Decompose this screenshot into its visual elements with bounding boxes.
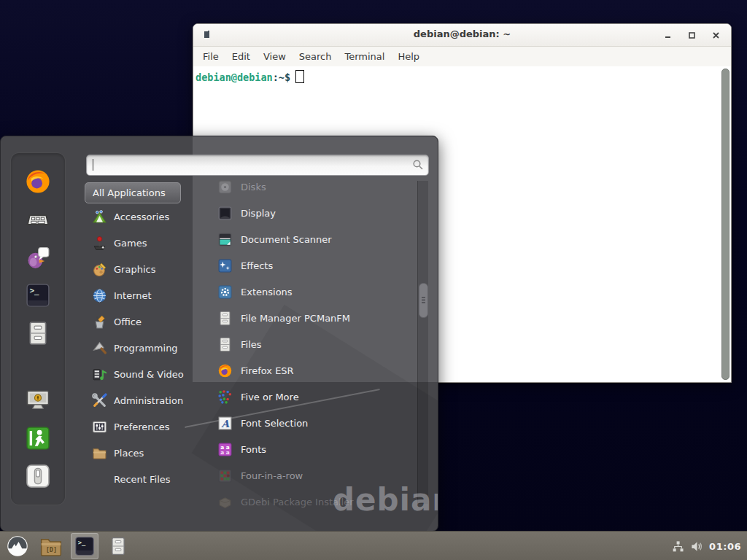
category-recent-files[interactable]: Recent Files — [85, 466, 194, 492]
terminal-scrollbar[interactable] — [720, 68, 729, 381]
clock[interactable]: 01:06 — [709, 541, 741, 552]
favorite-log-out-button[interactable] — [25, 425, 51, 451]
graphics-icon — [91, 261, 107, 277]
terminal-window-title: debian@debian: ~ — [193, 28, 731, 39]
favorite-shutdown-button[interactable] — [25, 463, 51, 489]
category-administration[interactable]: Administration — [85, 387, 194, 413]
taskbar-left-cluster: [D] >_ — [0, 533, 132, 559]
games-icon — [91, 235, 107, 251]
app-display[interactable]: Display — [198, 200, 417, 226]
terminal-icon: >_ — [26, 283, 50, 308]
application-menu: >_ — [0, 136, 438, 532]
file-cabinet-icon — [217, 310, 233, 326]
menu-item-view[interactable]: View — [257, 49, 293, 64]
accessories-icon — [91, 209, 107, 225]
minimize-button[interactable] — [663, 31, 673, 40]
extensions-icon — [217, 284, 233, 300]
taskbar-right-cluster: 01:06 — [671, 540, 747, 553]
volume-tray-icon[interactable] — [690, 540, 704, 553]
app-font-selection[interactable]: A Font Selection — [198, 410, 417, 436]
sound-video-icon — [91, 366, 107, 382]
svg-text:a a: a a — [220, 449, 229, 456]
category-all-applications[interactable]: All Applications — [85, 182, 181, 203]
category-preferences[interactable]: Preferences — [85, 413, 194, 440]
terminal-titlebar[interactable]: debian@debian: ~ — [193, 24, 731, 47]
terminal-scrollbar-thumb[interactable] — [721, 69, 729, 380]
svg-text:A: A — [220, 417, 229, 429]
close-button[interactable] — [711, 31, 721, 40]
office-icon — [91, 314, 107, 330]
favorite-terminal-button[interactable]: >_ — [25, 282, 51, 308]
app-firefox-esr[interactable]: Firefox ESR — [198, 357, 417, 384]
menu-item-terminal[interactable]: Terminal — [338, 49, 391, 64]
category-sound-video[interactable]: Sound & Video — [85, 361, 194, 387]
category-programming[interactable]: Programming — [85, 335, 194, 361]
fonts-icon: a a a a — [217, 441, 233, 457]
prompt-user-host: debian@debian — [196, 71, 273, 83]
menu-search-input[interactable] — [93, 158, 402, 173]
app-extensions[interactable]: Extensions — [198, 279, 417, 305]
places-icon — [91, 445, 107, 461]
favorite-pidgin-button[interactable] — [25, 244, 51, 271]
all-applications-label: All Applications — [93, 187, 166, 198]
network-tray-icon[interactable] — [671, 540, 685, 553]
category-graphics[interactable]: Graphics — [85, 256, 194, 282]
preferences-icon — [91, 419, 107, 435]
terminal-task-button[interactable]: >_ — [71, 533, 98, 559]
folder-icon: [D] — [39, 535, 63, 557]
menu-item-edit[interactable]: Edit — [225, 49, 257, 64]
menu-item-file[interactable]: File — [196, 49, 225, 64]
app-files[interactable]: Files — [198, 331, 417, 357]
category-places[interactable]: Places — [85, 440, 194, 466]
terminal-cursor — [295, 70, 304, 83]
app-effects[interactable]: Effects — [198, 252, 417, 279]
gdebi-icon — [217, 494, 233, 510]
app-disks[interactable]: Disks — [198, 174, 417, 200]
category-accessories[interactable]: Accessories — [85, 203, 194, 230]
keyboard-icon — [26, 207, 50, 232]
font-selection-icon: A — [217, 415, 233, 431]
four-in-a-row-icon — [217, 467, 233, 483]
app-document-scanner[interactable]: Document Scanner — [198, 226, 417, 252]
log-out-icon — [26, 426, 50, 451]
category-games[interactable]: Games — [85, 230, 194, 256]
programming-icon — [91, 340, 107, 356]
menu-scrollbar-thumb[interactable] — [419, 283, 428, 318]
app-five-or-more[interactable]: Five or More — [198, 384, 417, 410]
terminal-icon: >_ — [74, 536, 95, 556]
shutdown-icon — [26, 464, 50, 489]
svg-text:[D]: [D] — [46, 546, 58, 553]
menu-item-help[interactable]: Help — [391, 49, 426, 64]
prompt-suffix: :~$ — [273, 71, 290, 83]
administration-icon — [91, 392, 107, 408]
file-cabinet-icon — [109, 536, 128, 556]
desktop[interactable]: debian@debian: ~ File Edit View Search T… — [0, 0, 747, 560]
menu-scrollbar[interactable] — [417, 181, 428, 504]
category-internet[interactable]: Internet — [85, 282, 194, 308]
app-file-manager-pcmanfm[interactable]: File Manager PCManFM — [198, 305, 417, 331]
favorite-keyboard-button[interactable] — [25, 206, 51, 233]
search-icon — [412, 159, 424, 171]
app-fonts[interactable]: a a a a Fonts — [198, 436, 417, 462]
category-office[interactable]: Office — [85, 308, 194, 335]
file-manager-task-button[interactable]: [D] — [37, 533, 65, 559]
svg-text:>_: >_ — [30, 286, 39, 295]
display-icon — [217, 205, 233, 221]
terminal-prompt: debian@debian:~$ — [193, 66, 731, 83]
firefox-icon — [217, 362, 233, 378]
menu-button[interactable] — [4, 533, 31, 559]
maximize-button[interactable] — [687, 31, 697, 40]
favorite-firefox-button[interactable] — [25, 168, 51, 195]
files-task-button[interactable] — [104, 533, 132, 559]
debian-watermark: debian — [333, 482, 438, 518]
document-scanner-icon — [217, 231, 233, 247]
favorite-lock-screen-button[interactable] — [25, 387, 51, 413]
effects-icon — [217, 257, 233, 273]
internet-icon — [91, 287, 107, 303]
taskbar: [D] >_ — [0, 531, 747, 560]
window-controls — [663, 24, 721, 46]
disks-icon — [217, 179, 233, 195]
file-cabinet-icon — [26, 321, 50, 346]
favorite-files-button[interactable] — [25, 320, 51, 346]
menu-item-search[interactable]: Search — [293, 49, 338, 64]
